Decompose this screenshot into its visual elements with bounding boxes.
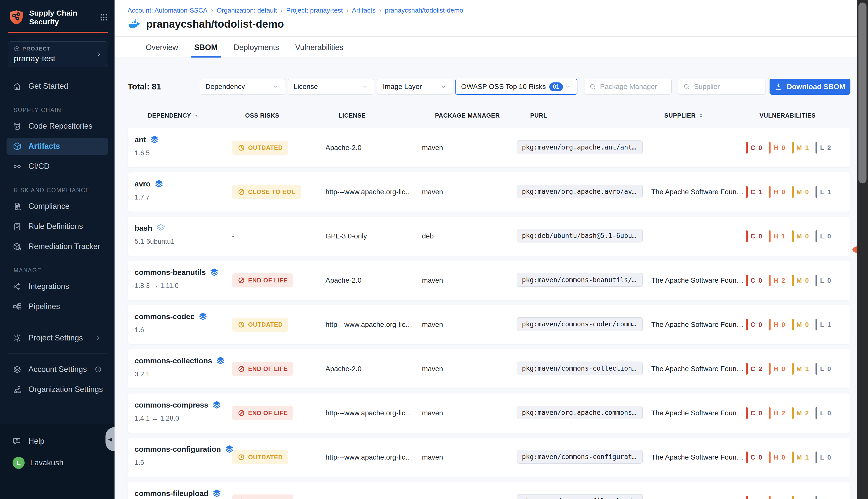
purl-pill[interactable]: pkg:maven/commons-configuration/…: [517, 450, 643, 464]
filter-dependency[interactable]: Dependency: [200, 78, 285, 95]
severity-count: C 0: [751, 277, 763, 284]
sidebar-item-user[interactable]: L Lavakush: [7, 454, 108, 471]
sidebar-item-label: Organization Settings: [28, 385, 103, 394]
sidebar-item-code-repositories[interactable]: Code Repositories: [7, 118, 108, 135]
vuln-low: L 0: [816, 363, 832, 375]
purl-cell: pkg:deb/ubuntu/bash@5.1-6ubuntu1: [517, 229, 643, 243]
sidebar-item-ci-cd[interactable]: CI/CD: [7, 158, 108, 175]
table-row-commons-configuration[interactable]: commons-configuration 1.6 OUTDATED http-…: [127, 438, 851, 477]
vuln-critical: C 0: [746, 319, 763, 330]
filter-image-layer[interactable]: Image Layer: [377, 78, 453, 95]
sidebar-item-compliance[interactable]: Compliance: [7, 198, 108, 215]
breadcrumb-link-account-automation-ssca[interactable]: Account: Automation-SSCA: [127, 7, 208, 14]
purl-pill[interactable]: pkg:maven/org.apache.avro/avro@1…: [517, 185, 643, 198]
filter-owasp-oss-top-10-risks[interactable]: OWASP OSS Top 10 Risks01: [455, 78, 578, 95]
purl-pill[interactable]: pkg:maven/commons-codec/commons-…: [517, 317, 643, 331]
purl-pill[interactable]: pkg:maven/org.apache.commons/com…: [517, 406, 643, 419]
severity-bar: [746, 363, 748, 375]
vuln-critical: C 2: [746, 363, 763, 375]
vuln-critical: C 1: [746, 496, 763, 499]
project-selector[interactable]: PROJECT pranay-test: [8, 41, 108, 67]
table-row-commons-fileupload[interactable]: commons-fileupload END OF LIFE Apache-2.…: [127, 482, 851, 499]
vulnerability-counts: C 0H 0M 1L 0: [746, 451, 832, 463]
package-manager-search-input[interactable]: [600, 83, 667, 91]
oss-risk-badge-outdated: OUTDATED: [232, 450, 288, 464]
package-manager-search-field: [584, 78, 672, 95]
breadcrumb-link-pranaycshah-todolist-demo[interactable]: pranaycshah/todolist-demo: [385, 7, 463, 14]
severity-bar: [746, 496, 748, 499]
breadcrumb: Account: Automation-SSCA›Organization: d…: [127, 7, 463, 14]
dependency-version: 1.7.7: [135, 194, 150, 201]
severity-count: L 0: [820, 232, 832, 240]
severity-count: H 0: [773, 365, 786, 373]
column-header-package-manager: PACKAGE MANAGER: [435, 110, 500, 122]
vuln-medium: M 2: [792, 407, 809, 419]
tab-vulnerabilities[interactable]: Vulnerabilities: [294, 37, 345, 58]
vuln-medium: M 0: [792, 186, 809, 198]
tab-deployments[interactable]: Deployments: [232, 37, 281, 58]
tab-sbom[interactable]: SBOM: [193, 37, 219, 58]
purl-pill[interactable]: pkg:deb/ubuntu/bash@5.1-6ubuntu1: [517, 229, 643, 242]
column-header-dependency[interactable]: DEPENDENCY: [148, 110, 199, 122]
table-row-avro[interactable]: avro 1.7.7 CLOSE TO EOL http---www.apach…: [127, 172, 851, 211]
sidebar-item-account-settings[interactable]: Account Settings: [7, 361, 108, 378]
severity-bar: [769, 230, 771, 242]
vuln-high: H 0: [769, 319, 786, 330]
sidebar-item-artifacts[interactable]: Artifacts: [7, 138, 108, 155]
chevron-down-icon: [272, 83, 279, 90]
sidebar-item-pipelines[interactable]: Pipelines: [7, 298, 108, 315]
purl-pill[interactable]: pkg:maven/commons-beanutils/comm…: [517, 273, 643, 287]
breadcrumb-link-artifacts[interactable]: Artifacts: [352, 7, 375, 14]
search-icon: [589, 83, 596, 90]
severity-bar: [769, 407, 771, 419]
severity-count: L 0: [820, 453, 832, 461]
table-row-commons-collections[interactable]: commons-collections 3.2.1 END OF LIFE Ap…: [127, 349, 851, 388]
purl-pill[interactable]: pkg:maven/commons-collections/co…: [517, 362, 643, 375]
vuln-high: H 0: [769, 186, 786, 198]
table-row-ant[interactable]: ant 1.6.5 OUTDATED Apache-2.0 maven pkg:…: [127, 128, 851, 167]
download-sbom-button[interactable]: Download SBOM: [770, 78, 851, 95]
dependency-name: avro: [135, 180, 150, 188]
table-row-commons-codec[interactable]: commons-codec 1.6 OUTDATED http---www.ap…: [127, 305, 851, 344]
sidebar-item-label: Integrations: [28, 282, 69, 291]
severity-count: C 2: [751, 365, 763, 373]
oss-risk-empty: -: [232, 232, 235, 240]
column-header-oss-risks: OSS RISKS: [245, 110, 279, 122]
tab-overview[interactable]: Overview: [144, 37, 179, 58]
vuln-critical: C 0: [746, 407, 763, 419]
sidebar-item-remediation-tracker[interactable]: Remediation Tracker: [7, 238, 108, 255]
sidebar-item-project-settings[interactable]: Project Settings: [7, 329, 108, 346]
severity-bar: [746, 275, 748, 286]
purl-pill[interactable]: pkg:maven/org.apache.ant/ant@1.6…: [517, 141, 643, 154]
scrollbar-thumb[interactable]: [858, 2, 867, 183]
table-row-bash[interactable]: bash 5.1-6ubuntu1 - GPL-3.0-only deb pkg…: [127, 217, 851, 256]
sidebar-item-organization-settings[interactable]: Organization Settings: [7, 381, 108, 398]
table-header: DEPENDENCYOSS RISKSLICENSEPACKAGE MANAGE…: [127, 110, 851, 122]
dependency-version: 1.6.5: [135, 149, 150, 157]
info-icon[interactable]: [95, 366, 102, 373]
severity-count: C 0: [751, 144, 763, 152]
sidebar-item-label: Pipelines: [28, 302, 60, 311]
breadcrumb-separator: ›: [379, 7, 381, 14]
license-value: Apache-2.0: [325, 144, 361, 152]
sidebar-item-help[interactable]: Help: [7, 433, 108, 450]
column-header-supplier[interactable]: SUPPLIER: [664, 110, 704, 122]
breadcrumb-link-project-pranay-test[interactable]: Project: pranay-test: [286, 7, 343, 14]
sidebar-item-rule-definitions[interactable]: Rule Definitions: [7, 218, 108, 235]
vulnerability-counts: C 2H 0M 1L 0: [746, 363, 832, 375]
sidebar-item-integrations[interactable]: Integrations: [7, 278, 108, 295]
sidebar-item-get-started[interactable]: Get Started: [7, 78, 108, 95]
filter-label: OWASP OSS Top 10 Risks: [461, 83, 546, 91]
table-row-commons-compress[interactable]: commons-compress 1.4.1 → 1.28.0 END OF L…: [127, 393, 851, 433]
breadcrumb-link-organization-default[interactable]: Organization: default: [217, 7, 277, 14]
severity-bar: [746, 407, 748, 419]
scrollbar-track[interactable]: [857, 0, 868, 499]
purl-pill[interactable]: pkg:maven/commons-fileupload/com…: [517, 494, 643, 499]
dependency-name: commons-collections: [135, 356, 212, 365]
supplier-search-input[interactable]: [694, 83, 761, 91]
filter-license[interactable]: License: [288, 78, 374, 95]
page-header: Account: Automation-SSCA›Organization: d…: [114, 0, 857, 37]
table-row-commons-beanutils[interactable]: commons-beanutils 1.8.3 → 1.11.0 END OF …: [127, 261, 851, 300]
app-switcher-grid-icon[interactable]: [99, 13, 108, 22]
brand-underline: [8, 32, 108, 33]
